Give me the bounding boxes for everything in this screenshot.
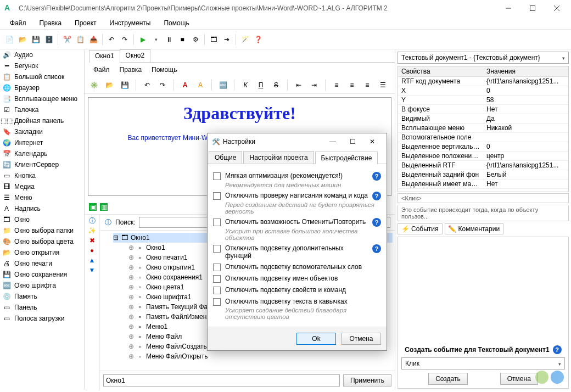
- tab-Окно2[interactable]: Окно2: [120, 49, 151, 62]
- event-tab-0[interactable]: ⚡События: [398, 223, 443, 234]
- search-help-icon[interactable]: ⓘ: [104, 219, 112, 226]
- move-up-icon[interactable]: ▲: [88, 256, 96, 264]
- highlight-icon[interactable]: A: [194, 79, 206, 91]
- dialog-minimize-button[interactable]: —: [323, 135, 343, 149]
- font-icon[interactable]: 🔤: [217, 79, 229, 91]
- toolbox-item[interactable]: 📋Большой список: [0, 71, 84, 82]
- toolbox-item[interactable]: 🔄КлиентСервер: [0, 159, 84, 170]
- dialog-ok-button[interactable]: Ok: [296, 333, 336, 345]
- property-row[interactable]: Выделенное положение тек...центр: [398, 152, 568, 161]
- checkbox-icon[interactable]: [213, 219, 221, 226]
- strike-icon[interactable]: S: [270, 79, 282, 91]
- maximize-button[interactable]: [520, 1, 545, 16]
- setting-option[interactable]: Отключить подсветку вспомогательных слов: [213, 263, 381, 271]
- toolbox-item[interactable]: ━Бегунок: [0, 60, 84, 71]
- cut-icon[interactable]: ✂️: [61, 33, 73, 46]
- event-type-selector[interactable]: Клик: [401, 357, 565, 369]
- toolbox-item[interactable]: 🌍Интернет: [0, 137, 84, 148]
- toolbox-item[interactable]: ▭Полоса загрузки: [0, 313, 84, 324]
- property-row[interactable]: Выделенное вертикальное ...0: [398, 142, 568, 152]
- wand-icon[interactable]: ✨: [88, 227, 96, 234]
- toolbox-item[interactable]: 📂Окно открытия: [0, 247, 84, 258]
- toolbox-item[interactable]: 📁Окно выбора папки: [0, 225, 84, 236]
- property-row[interactable]: В фокусеНет: [398, 105, 568, 114]
- property-row[interactable]: Выделенный задний фонБелый: [398, 170, 568, 180]
- checkbox-icon[interactable]: [213, 264, 221, 271]
- doc-undo-icon[interactable]: ↶: [141, 79, 153, 91]
- layout-b-icon[interactable]: ▥: [100, 203, 108, 211]
- settings-tab-0[interactable]: Общие: [209, 151, 242, 164]
- align-center-icon[interactable]: ≡: [346, 79, 358, 91]
- move-down-icon[interactable]: ▼: [88, 266, 96, 274]
- toolbox-item[interactable]: 🌐Браузер: [0, 82, 84, 93]
- create-event-button[interactable]: Создать: [428, 373, 468, 385]
- pause-icon[interactable]: ⏸: [163, 33, 175, 46]
- option-help-icon[interactable]: ?: [372, 244, 381, 253]
- align-left-icon[interactable]: ≡: [331, 79, 343, 91]
- tab-Окно1[interactable]: Окно1: [89, 50, 120, 63]
- toolbox-item[interactable]: 🔖Закладки: [0, 126, 84, 137]
- italic-icon[interactable]: К: [239, 79, 251, 91]
- new-icon[interactable]: 📄: [3, 33, 15, 46]
- open-icon[interactable]: 📂: [16, 33, 29, 46]
- doc-save-icon[interactable]: 💾: [119, 79, 131, 91]
- toolbox-item[interactable]: AНадпись: [0, 203, 84, 214]
- checkbox-icon[interactable]: [213, 172, 221, 180]
- option-help-icon[interactable]: ?: [372, 192, 381, 200]
- paste-icon[interactable]: 📥: [87, 33, 99, 46]
- setting-option[interactable]: Отключить подсветку дополнительных функц…: [213, 244, 381, 260]
- underline-icon[interactable]: П: [255, 79, 267, 91]
- toolbox-item[interactable]: 💿Память: [0, 291, 84, 302]
- arrow-right-icon[interactable]: ➔: [221, 33, 233, 46]
- apply-button[interactable]: Применить: [343, 374, 391, 387]
- stop-icon[interactable]: ■: [176, 33, 188, 46]
- toolbox-item[interactable]: ⬚⬚Двойная панель: [0, 115, 84, 126]
- toolbox-item[interactable]: 🔤Окно шрифта: [0, 280, 84, 291]
- properties-grid[interactable]: СвойстваЗначения RTF код документа{\rtf1…: [398, 66, 569, 192]
- property-row[interactable]: Y58: [398, 96, 568, 105]
- bullets-icon[interactable]: ☰: [377, 79, 389, 91]
- help-icon[interactable]: ❓: [252, 33, 264, 46]
- font-color-icon[interactable]: A: [179, 79, 191, 91]
- settings-tab-1[interactable]: Настройки проекта: [243, 151, 314, 164]
- tree-node[interactable]: ⊕▫Меню ФайлОткрыть: [113, 351, 393, 361]
- toolbox-item[interactable]: ☑Галочка: [0, 104, 84, 115]
- toolbox-item[interactable]: 💾Окно сохранения: [0, 269, 84, 280]
- checkbox-icon[interactable]: [213, 192, 221, 200]
- menu-Файл[interactable]: Файл: [5, 18, 31, 28]
- doc-redo-icon[interactable]: ↷: [156, 79, 169, 91]
- indent-dec-icon[interactable]: ⇤: [293, 79, 305, 91]
- setting-option[interactable]: Отключить подсветку текста в кавычках: [213, 298, 381, 306]
- redo-icon[interactable]: ↷: [119, 33, 131, 46]
- window-icon[interactable]: 🗔: [208, 33, 220, 46]
- info-icon[interactable]: ⓘ: [88, 217, 96, 225]
- minimize-button[interactable]: [496, 1, 520, 16]
- build-icon[interactable]: ⚙: [189, 33, 201, 46]
- dialog-cancel-button[interactable]: Отмена: [342, 333, 381, 345]
- align-right-icon[interactable]: ≡: [361, 79, 373, 91]
- doc-menu-Правка[interactable]: Правка: [116, 65, 145, 75]
- event-body[interactable]: Создать событие для Текстовый документ1 …: [398, 237, 569, 389]
- settings-tab-2[interactable]: Быстродействие: [315, 152, 378, 164]
- setting-option[interactable]: Мягкая оптимизация (рекомендуется!)?: [213, 172, 381, 181]
- undo-icon[interactable]: ↶: [105, 33, 117, 46]
- copy-icon[interactable]: 📋: [74, 33, 86, 46]
- property-row[interactable]: RTF код документа{\rtf1\ansi\ansicpg1251…: [398, 77, 568, 86]
- option-help-icon[interactable]: ?: [372, 172, 381, 181]
- menu-Помощь[interactable]: Помощь: [159, 18, 193, 28]
- property-row[interactable]: Вспомогательное поле: [398, 133, 568, 142]
- delete-node-icon[interactable]: ✖: [88, 237, 96, 244]
- dialog-close-button[interactable]: ✕: [362, 135, 382, 149]
- doc-menu-Файл[interactable]: Файл: [90, 65, 113, 75]
- toolbox-item[interactable]: ▭Панель: [0, 302, 84, 313]
- menu-Проект[interactable]: Проект: [70, 18, 101, 28]
- checkbox-icon[interactable]: [213, 245, 221, 253]
- toolbox-item[interactable]: 📅Календарь: [0, 148, 84, 159]
- toolbox-item[interactable]: 🔊Аудио: [0, 49, 84, 60]
- doc-menu-Помощь[interactable]: Помощь: [148, 65, 180, 75]
- setting-option[interactable]: Отключить подсветку свойств и команд: [213, 286, 381, 294]
- layout-a-icon[interactable]: ▣: [89, 203, 97, 211]
- setting-option[interactable]: Отключить подсветку имен объектов: [213, 275, 381, 283]
- wizard-icon[interactable]: 🪄: [239, 33, 251, 46]
- doc-open-icon[interactable]: 📂: [103, 79, 115, 91]
